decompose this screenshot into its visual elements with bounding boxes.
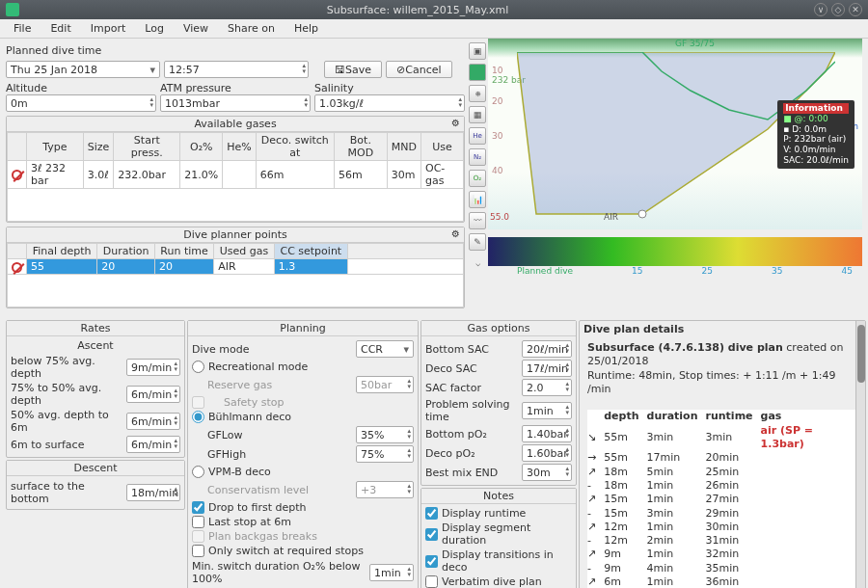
vpm-radio[interactable]: VPM-B deco — [192, 465, 414, 479]
menu-import[interactable]: Import — [81, 20, 136, 37]
window-title: Subsurface: willem_2015_May.xml — [25, 4, 810, 16]
note4-check[interactable]: Verbatim dive plan — [425, 575, 572, 588]
tool-3[interactable]: ⎈ — [469, 85, 486, 102]
gasopts-title: Gas options — [421, 321, 576, 336]
buhlmann-radio[interactable]: Bühlmann deco — [192, 410, 414, 424]
gases-gear-icon[interactable]: ⚙ — [451, 118, 460, 128]
table-row[interactable]: 5520 20AIR 1.3 — [8, 259, 464, 275]
detail-row: ↗15m1min27min — [587, 493, 857, 506]
drop-check[interactable]: Drop to first depth — [192, 500, 414, 515]
menu-view[interactable]: View — [174, 20, 218, 37]
rate-2[interactable]: 6m/min — [126, 386, 180, 403]
last6-check[interactable]: Last stop at 6m — [192, 515, 414, 529]
dsac-spin[interactable]: 17ℓ/min — [522, 360, 572, 377]
points-title: Dive planner points — [183, 228, 287, 241]
tool-graph[interactable]: 〰 — [469, 212, 486, 229]
atm-label: ATM pressure — [160, 82, 311, 94]
atm-spin[interactable]: 1013mbar — [160, 94, 311, 112]
dpo2-spin[interactable]: 1.60bar — [522, 444, 572, 462]
tool-he[interactable]: He — [469, 127, 486, 145]
gases-title: Available gases — [194, 118, 276, 130]
rate-4[interactable]: 6m/min — [126, 436, 180, 453]
descent-title: Descent — [7, 461, 184, 476]
rate-3[interactable]: 6m/min — [126, 413, 180, 430]
tool-more[interactable]: ⌵ — [469, 254, 486, 272]
tool-2[interactable] — [469, 64, 486, 81]
gas-label: AIR — [604, 212, 618, 222]
rates-title: Rates — [7, 321, 184, 336]
profile-toolbar: ▣ ⎈ ▦ He N₂ O₂ 📊 〰 ✎ ⌵ — [467, 39, 488, 318]
detail-row: →55m17min20min — [587, 451, 857, 465]
max-depth: 55.0 — [490, 212, 509, 222]
detail-row: ↗9m1min32min — [587, 548, 857, 561]
menubar: File Edit Import Log View Share on Help — [0, 19, 868, 39]
rate-1[interactable]: 9m/min — [126, 359, 180, 376]
menu-file[interactable]: File — [4, 20, 41, 37]
close-button[interactable]: ✕ — [849, 3, 862, 16]
details-title: Dive plan details — [580, 321, 865, 337]
points-gear-icon[interactable]: ⚙ — [451, 228, 460, 239]
tool-chart[interactable]: 📊 — [469, 191, 486, 208]
gfhigh-spin[interactable]: 75% — [356, 445, 414, 463]
altitude-label: Altitude — [6, 82, 156, 94]
detail-row: -15m3min29min — [587, 507, 857, 521]
time-spin[interactable]: 12:57 — [164, 61, 309, 78]
detail-row: ↗12m1min30min — [587, 521, 857, 534]
remove-icon[interactable] — [12, 262, 22, 273]
ascent-title: Ascent — [11, 338, 180, 353]
svg-point-1 — [638, 210, 646, 218]
planned-time-label: Planned dive time — [6, 44, 465, 57]
planning-title: Planning — [188, 321, 418, 336]
note1-check[interactable]: Display runtime — [425, 506, 572, 521]
spectrogram — [488, 237, 862, 266]
salinity-spin[interactable]: 1.03kg/ℓ — [314, 94, 465, 112]
points-table: Final depthDuration Run timeUsed gas CC … — [7, 243, 464, 307]
detail-row: -12m2min31min — [587, 534, 857, 548]
planned-dive-label: Planned dive — [517, 266, 573, 276]
menu-share[interactable]: Share on — [218, 20, 285, 37]
minswitch-spin[interactable]: 1min — [369, 564, 414, 581]
rate-5[interactable]: 18m/min — [126, 484, 180, 501]
tool-o2[interactable]: O₂ — [469, 170, 486, 187]
info-tooltip: Information ■ @: 0:00 ▪ D: 0.0m P: 232ba… — [777, 100, 854, 169]
altitude-spin[interactable]: 0m — [6, 94, 156, 112]
menu-log[interactable]: Log — [135, 20, 174, 37]
salinity-label: Salinity — [314, 82, 465, 94]
detail-row: ↗18m5min25min — [587, 466, 857, 479]
remove-icon[interactable] — [12, 170, 22, 180]
maximize-button[interactable]: ◇ — [831, 3, 845, 16]
tool-4[interactable]: ▦ — [469, 106, 486, 123]
app-icon — [6, 3, 19, 16]
detail-row: -9m4min35min — [587, 562, 857, 575]
detail-row: ↘55m3min3minair (SP = 1.3bar) — [587, 424, 857, 452]
detail-row: ↗6m1min36min — [587, 575, 857, 588]
tool-n2[interactable]: N₂ — [469, 148, 486, 166]
prob-spin[interactable]: 1min — [522, 402, 572, 419]
detail-row: -18m1min26min — [587, 479, 857, 493]
bsac-spin[interactable]: 20ℓ/min — [522, 340, 572, 358]
tool-1[interactable]: ▣ — [469, 42, 486, 60]
scrollbar[interactable] — [855, 321, 865, 588]
menu-help[interactable]: Help — [285, 20, 328, 37]
dive-mode-combo[interactable]: CCR — [356, 340, 414, 358]
sacf-spin[interactable]: 2.0 — [522, 379, 572, 396]
onlyswitch-check[interactable]: Only switch at required stops — [192, 544, 414, 558]
minimize-button[interactable]: ∨ — [814, 3, 827, 16]
table-row[interactable]: 3ℓ 232 bar3.0ℓ 232.0bar21.0% 66m 56m30m … — [8, 161, 464, 189]
tool-edit[interactable]: ✎ — [469, 233, 486, 251]
note3-check[interactable]: Display transitions in deco — [425, 548, 572, 575]
gases-table: TypeSize Start press.O₂% He%Deco. switch… — [7, 132, 464, 222]
gf-label: GF 35/75 — [675, 39, 715, 48]
save-button[interactable]: 🖫 Save — [324, 61, 382, 78]
notes-title: Notes — [421, 489, 576, 504]
cancel-button[interactable]: ⊘ Cancel — [386, 61, 451, 78]
details-body: Subsurface (4.7.6.138) dive plan created… — [580, 337, 865, 588]
recreational-radio[interactable]: Recreational mode — [192, 360, 414, 374]
bend-spin[interactable]: 30m — [522, 464, 572, 481]
note2-check[interactable]: Display segment duration — [425, 521, 572, 548]
gflow-spin[interactable]: 35% — [356, 426, 414, 443]
menu-edit[interactable]: Edit — [41, 20, 80, 37]
bpo2-spin[interactable]: 1.40bar — [522, 425, 572, 442]
dive-profile-plot[interactable]: GF 35/75 10 20 30 40 55.0 232 bar AIR 28… — [488, 39, 862, 229]
date-combo[interactable]: Thu 25 Jan 2018 — [6, 61, 160, 78]
